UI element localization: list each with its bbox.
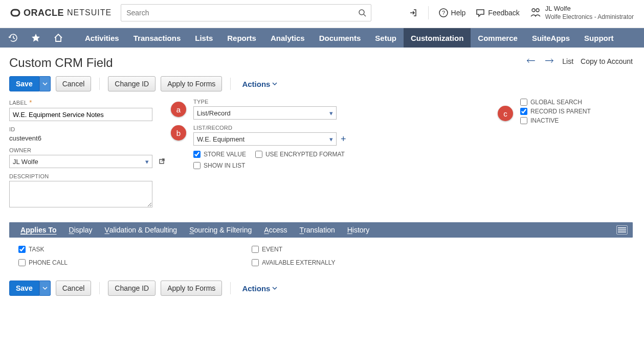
svg-point-6 [536,9,539,12]
change-id-button[interactable]: Change ID [108,76,156,91]
description-textarea[interactable] [9,181,152,207]
nav-item-documents[interactable]: Documents [312,28,368,48]
global-search-checkbox-row[interactable]: GLOBAL SEARCH [520,99,633,106]
id-value: custevent6 [9,134,173,142]
list-link[interactable]: List [562,57,573,65]
apply-to-forms-button-bottom[interactable]: Apply to Forms [161,281,222,296]
button-separator [99,78,100,90]
available-externally-checkbox-row[interactable]: AVAILABLE EXTERNALLY [252,259,335,266]
history-icon[interactable] [7,32,19,44]
home-icon[interactable] [52,32,64,44]
chevron-down-icon [272,286,277,291]
nav-item-setup[interactable]: Setup [368,28,404,48]
prev-arrow-icon[interactable]: 🡐 [525,56,537,66]
tab-display[interactable]: Display [63,222,99,238]
nav-item-customization[interactable]: Customization [404,28,471,48]
save-dropdown-caret-bottom[interactable] [39,281,51,296]
actions-label-bottom: Actions [242,284,270,293]
event-checkbox[interactable] [252,246,259,253]
inactive-checkbox-row[interactable]: INACTIVE [520,117,633,124]
store-value-label: STORE VALUE [204,151,246,158]
record-parent-checkbox[interactable] [520,108,527,115]
panel-view-toggle-icon[interactable] [616,225,628,235]
save-button-bottom[interactable]: Save [9,281,39,296]
owner-select[interactable]: JL Wolfe ▾ [9,155,152,168]
nav-item-analytics[interactable]: Analytics [263,28,312,48]
nav-item-suiteapps[interactable]: SuiteApps [525,28,577,48]
tab-access[interactable]: Access [258,222,293,238]
cancel-button[interactable]: Cancel [56,76,92,91]
user-name: JL Wolfe [545,5,634,13]
show-in-list-checkbox[interactable] [193,162,201,169]
phone-call-checkbox[interactable] [18,259,26,266]
next-arrow-icon[interactable]: 🡒 [544,56,555,66]
encrypted-checkbox[interactable] [255,151,262,158]
store-value-checkbox[interactable] [193,151,201,158]
nav-item-lists[interactable]: Lists [188,28,220,48]
phone-call-checkbox-row[interactable]: PHONE CALL [18,259,68,266]
feedback-icon [476,8,485,17]
inactive-checkbox[interactable] [520,117,527,124]
button-separator [99,282,100,294]
encrypted-label: USE ENCRYPTED FORMAT [265,151,345,158]
show-in-list-checkbox-row[interactable]: SHOW IN LIST [193,162,357,169]
save-button[interactable]: Save [9,76,39,91]
nav-item-activities[interactable]: Activities [78,28,126,48]
global-search-label: GLOBAL SEARCH [530,99,582,106]
nav-item-support[interactable]: Support [577,28,621,48]
available-externally-label: AVAILABLE EXTERNALLY [262,259,335,266]
global-search-checkbox[interactable] [520,99,527,106]
list-record-select[interactable]: W.E. Equipment ▾ [193,132,337,146]
type-select[interactable]: List/Record ▾ [193,106,337,120]
open-external-icon[interactable] [158,157,166,166]
nav-item-reports[interactable]: Reports [220,28,263,48]
help-link[interactable]: ? Help [439,8,466,17]
encrypted-checkbox-row[interactable]: USE ENCRYPTED FORMAT [255,151,345,158]
tab-validation-defaulting[interactable]: Validation & Defaulting [98,222,183,238]
tab-translation[interactable]: Translation [293,222,341,238]
change-id-button-bottom[interactable]: Change ID [108,281,156,296]
tab-applies-to[interactable]: Applies To [14,222,63,238]
task-checkbox[interactable] [18,246,26,253]
label-field-label: LABEL* [9,99,173,106]
task-checkbox-row[interactable]: TASK [18,246,68,253]
save-dropdown-caret[interactable] [39,76,51,91]
add-list-record-icon[interactable]: + [341,134,346,145]
help-label: Help [451,9,466,17]
actions-menu-bottom[interactable]: Actions [242,284,277,293]
user-menu[interactable]: JL Wolfe Wolfe Electronics - Administrat… [530,5,634,20]
button-separator [230,282,231,294]
cancel-button-bottom[interactable]: Cancel [56,281,92,296]
chevron-down-icon: ▾ [145,158,149,166]
save-split-button-bottom: Save [9,281,51,296]
tab-history[interactable]: History [341,222,376,238]
available-externally-checkbox[interactable] [252,259,259,266]
owner-field-label: OWNER [9,147,173,153]
star-icon[interactable] [30,32,42,44]
button-separator [230,78,231,90]
annotation-badge-a: a [171,102,186,117]
feedback-link[interactable]: Feedback [476,8,519,17]
event-checkbox-row[interactable]: EVENT [252,246,335,253]
type-field-label: TYPE [193,99,357,105]
nav-item-transactions[interactable]: Transactions [126,28,188,48]
task-label: TASK [29,246,44,253]
page-top-actions: 🡐 🡒 List Copy to Account [525,56,633,66]
nav-item-commerce[interactable]: Commerce [471,28,525,48]
brand-logo: ORACLE NETSUITE [10,8,112,18]
actions-menu[interactable]: Actions [242,80,277,88]
store-value-checkbox-row[interactable]: STORE VALUE [193,151,246,158]
button-row-top: Save Cancel Change ID Apply to Forms Act… [9,76,633,91]
search-input[interactable] [121,4,371,21]
svg-rect-0 [11,10,19,16]
copy-to-account-link[interactable]: Copy to Account [581,57,633,65]
header-divider [428,6,429,19]
record-parent-checkbox-row[interactable]: RECORD IS PARENT [520,108,633,115]
global-search [121,4,371,21]
login-arrow-icon[interactable] [409,8,418,17]
id-field-label: ID [9,126,173,132]
apply-to-forms-button[interactable]: Apply to Forms [161,76,222,91]
svg-line-2 [364,14,366,16]
label-input[interactable] [9,108,152,121]
tab-sourcing-filtering[interactable]: Sourcing & Filtering [183,222,258,238]
